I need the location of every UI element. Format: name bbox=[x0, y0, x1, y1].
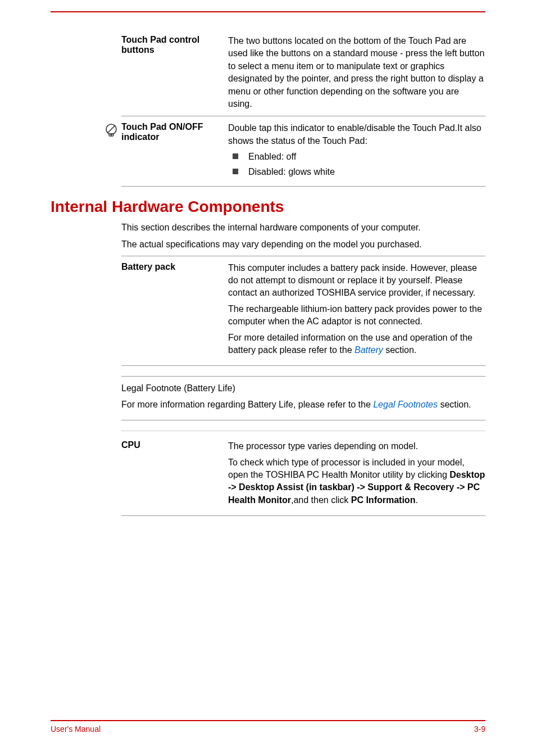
table-row: CPU The processor type varies depending … bbox=[121, 434, 485, 515]
battery-label: Battery pack bbox=[121, 256, 228, 366]
footnote-text-prefix: For more information regarding Battery L… bbox=[121, 400, 373, 409]
battery-desc-3: For more detailed information on the use… bbox=[228, 332, 485, 357]
footnote-text-suffix: section. bbox=[438, 400, 471, 409]
list-item: Enabled: off bbox=[228, 151, 485, 163]
cpu-desc-1: The processor type varies depending on m… bbox=[228, 440, 485, 452]
legal-footnote-block: Legal Footnote (Battery Life) For more i… bbox=[121, 376, 485, 420]
header-rule bbox=[51, 11, 485, 12]
touchpad-onoff-label: Touch Pad ON/OFF indicator bbox=[121, 116, 228, 186]
table-row: Battery pack This computer includes a ba… bbox=[121, 256, 485, 366]
touchpad-onoff-desc: Double tap this indicator to enable/disa… bbox=[228, 122, 485, 147]
battery-desc-2: The rechargeable lithium-ion battery pac… bbox=[228, 303, 485, 328]
battery-desc-3-suffix: section. bbox=[383, 345, 417, 355]
cpu-label: CPU bbox=[121, 434, 228, 515]
cpu-nav-path-2: PC Information bbox=[351, 495, 416, 505]
footnote-text: For more information regarding Battery L… bbox=[121, 399, 485, 411]
battery-desc-3-prefix: For more detailed information on the use… bbox=[228, 333, 473, 355]
battery-link[interactable]: Battery bbox=[355, 345, 383, 355]
footer-manual-title: User's Manual bbox=[51, 725, 101, 734]
table-row: Touch Pad control buttons The two button… bbox=[121, 29, 485, 116]
cpu-table: CPU The processor type varies depending … bbox=[121, 434, 485, 516]
cpu-desc-2-end: . bbox=[415, 495, 417, 505]
divider bbox=[121, 431, 485, 431]
page-footer: User's Manual 3-9 bbox=[51, 720, 485, 734]
cpu-desc-2-mid: ,and then click bbox=[291, 495, 351, 505]
legal-footnotes-link[interactable]: Legal Footnotes bbox=[373, 400, 438, 409]
svg-line-1 bbox=[107, 125, 115, 133]
intro-paragraph: This section describes the internal hard… bbox=[121, 221, 485, 234]
battery-desc-1: This computer includes a battery pack in… bbox=[228, 262, 485, 300]
cpu-desc-2-prefix: To check which type of processor is incl… bbox=[228, 458, 465, 479]
footer-page-number: 3-9 bbox=[474, 725, 485, 734]
touchpad-onoff-states: Enabled: off Disabled: glows white bbox=[228, 151, 485, 178]
cpu-desc-2: To check which type of processor is incl… bbox=[228, 456, 485, 507]
table-row: Touch Pad ON/OFF indicator Double tap th… bbox=[121, 116, 485, 186]
section-heading: Internal Hardware Components bbox=[51, 198, 485, 216]
footnote-title: Legal Footnote (Battery Life) bbox=[121, 382, 485, 395]
list-item: Disabled: glows white bbox=[228, 166, 485, 178]
intro-paragraph: The actual specifications may vary depen… bbox=[121, 238, 485, 251]
touchpad-control-desc: The two buttons located on the bottom of… bbox=[228, 29, 485, 116]
component-table-2: Touch Pad ON/OFF indicator Double tap th… bbox=[121, 116, 485, 187]
component-table-1: Touch Pad control buttons The two button… bbox=[121, 29, 485, 116]
battery-table: Battery pack This computer includes a ba… bbox=[121, 256, 485, 366]
touchpad-onoff-icon bbox=[101, 123, 121, 140]
touchpad-control-label: Touch Pad control buttons bbox=[121, 29, 228, 116]
